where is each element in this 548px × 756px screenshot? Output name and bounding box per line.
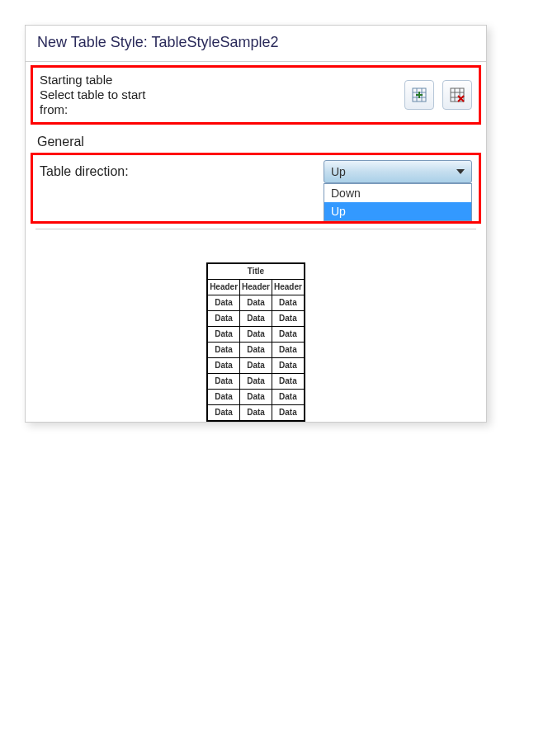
starting-table-label-1: Starting table [40, 73, 145, 87]
preview-data-cell: Data [272, 311, 304, 327]
preview-data-cell: Data [272, 358, 304, 374]
preview-data-cell: Data [207, 358, 239, 374]
preview-data-cell: Data [272, 374, 304, 390]
new-table-style-dialog: New Table Style: TableStyleSample2 Start… [25, 25, 487, 423]
preview-data-cell: Data [207, 327, 239, 343]
pick-table-button[interactable] [404, 80, 434, 110]
starting-table-section: Starting table Select table to start fro… [31, 65, 481, 125]
clear-table-button[interactable] [442, 80, 472, 110]
preview-data-cell: Data [240, 405, 272, 422]
preview-data-cell: Data [207, 405, 239, 422]
preview-data-cell: Data [272, 343, 304, 358]
direction-option-down[interactable]: Down [324, 184, 471, 202]
table-direction-selected: Up [331, 165, 346, 178]
chevron-down-icon [456, 169, 465, 174]
clear-table-icon [450, 87, 465, 102]
preview-header-cell: Header [272, 280, 304, 295]
pick-table-icon [412, 87, 427, 102]
preview-data-cell: Data [240, 343, 272, 358]
preview-data-cell: Data [272, 295, 304, 311]
table-direction-options: Down Up [324, 183, 472, 221]
table-direction-dropdown[interactable]: Up [324, 160, 472, 183]
preview-data-cell: Data [272, 405, 304, 422]
direction-option-up[interactable]: Up [324, 202, 471, 220]
preview-data-cell: Data [240, 374, 272, 390]
preview-data-cell: Data [207, 295, 239, 311]
table-direction-section: Table direction: Up Down Up [31, 153, 481, 224]
preview-data-cell: Data [240, 390, 272, 405]
preview-data-cell: Data [240, 358, 272, 374]
table-preview: Title Header Header Header Data Data Dat… [26, 262, 486, 422]
dialog-title: New Table Style: TableStyleSample2 [26, 26, 486, 62]
starting-table-label-3: from: [40, 102, 145, 117]
preview-data-cell: Data [272, 390, 304, 405]
divider [35, 229, 476, 229]
table-direction-label: Table direction: [40, 164, 129, 179]
preview-data-cell: Data [240, 327, 272, 343]
preview-table: Title Header Header Header Data Data Dat… [206, 262, 305, 422]
preview-data-cell: Data [207, 390, 239, 405]
preview-header-cell: Header [207, 280, 239, 295]
preview-data-cell: Data [240, 311, 272, 327]
starting-table-label-2: Select table to start [40, 87, 145, 102]
preview-header-cell: Header [240, 280, 272, 295]
preview-data-cell: Data [207, 311, 239, 327]
preview-data-cell: Data [272, 327, 304, 343]
preview-data-cell: Data [207, 374, 239, 390]
preview-title: Title [207, 263, 305, 280]
preview-data-cell: Data [207, 343, 239, 358]
preview-data-cell: Data [240, 295, 272, 311]
general-heading: General [26, 128, 486, 149]
